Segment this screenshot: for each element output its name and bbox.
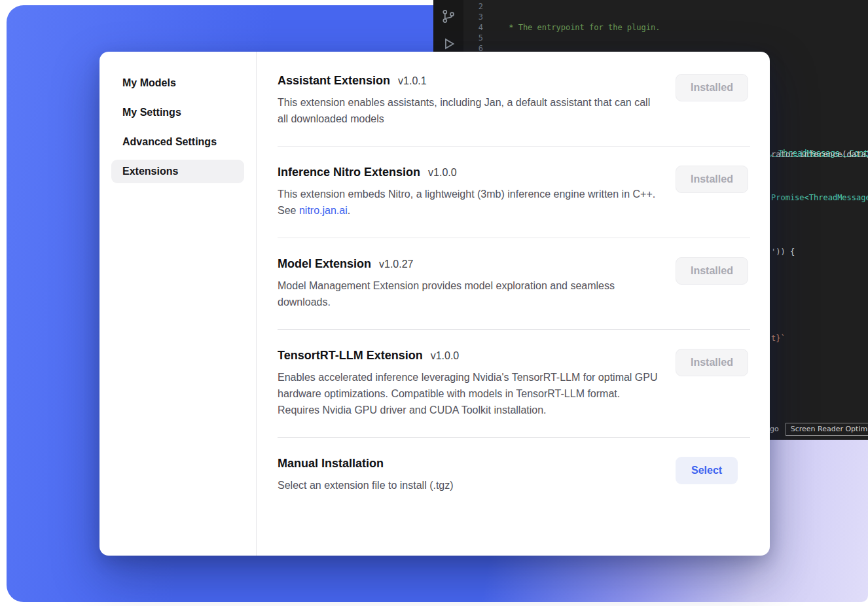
sidebar-item-label: Advanced Settings [122, 136, 217, 147]
line-number: 3 [460, 12, 483, 22]
manual-installation-description: Select an extension file to install (.tg… [278, 477, 660, 493]
sidebar-item-extensions[interactable]: Extensions [111, 160, 244, 183]
extension-name: Assistant Extension [278, 74, 390, 88]
installed-button[interactable]: Installed [676, 74, 748, 101]
extension-version: v1.0.0 [428, 167, 457, 179]
extension-version: v1.0.27 [379, 258, 413, 270]
screen-reader-badge: Screen Reader Optimize [786, 423, 868, 436]
settings-modal: My Models My Settings Advanced Settings … [99, 52, 770, 556]
extension-row-model: Model Extension v1.0.27 Model Management… [278, 238, 750, 329]
line-numbers: 2 3 4 5 6 [460, 1, 483, 54]
extensions-panel: Assistant Extension v1.0.1 This extensio… [257, 52, 770, 556]
extension-description: Model Management Extension provides mode… [278, 277, 660, 310]
manual-installation-title: Manual Installation [278, 457, 384, 471]
nitro-jan-ai-link[interactable]: nitro.jan.ai [299, 205, 348, 216]
code-fragment: ')) { [771, 247, 795, 257]
sidebar-item-my-settings[interactable]: My Settings [111, 101, 244, 124]
extension-version: v1.0.1 [398, 75, 427, 87]
extension-row-nitro: Inference Nitro Extension v1.0.0 This ex… [278, 147, 750, 238]
sidebar-item-label: My Settings [122, 107, 181, 118]
manual-installation-row: Manual Installation Select an extension … [278, 438, 750, 512]
installed-button[interactable]: Installed [676, 166, 748, 193]
source-control-icon[interactable] [441, 9, 456, 24]
extension-description: This extension embeds Nitro, a lightweig… [278, 186, 660, 219]
extension-description: This extension enables assistants, inclu… [278, 94, 660, 127]
extension-version: v1.0.0 [431, 350, 460, 362]
extension-row-assistant: Assistant Extension v1.0.1 This extensio… [278, 73, 750, 146]
code-fragment: Promise<ThreadMessage> [771, 192, 868, 203]
extension-name: TensortRT-LLM Extension [278, 349, 423, 363]
extension-row-tensorrt: TensortRT-LLM Extension v1.0.0 Enables a… [278, 330, 750, 437]
sidebar-item-my-models[interactable]: My Models [111, 71, 244, 95]
settings-sidebar: My Models My Settings Advanced Settings … [99, 52, 257, 556]
line-number: 2 [460, 1, 483, 12]
installed-button[interactable]: Installed [676, 349, 748, 376]
status-text: go [770, 424, 779, 435]
sidebar-item-label: My Models [122, 77, 176, 88]
extension-description: Enables accelerated inference leveraging… [278, 369, 660, 418]
extension-name: Model Extension [278, 257, 371, 271]
code-line: * The entrypoint for the plugin. [504, 22, 868, 33]
app-window: 2 3 4 5 6 * The entrypoint for the plugi… [0, 0, 868, 606]
extension-name: Inference Nitro Extension [278, 166, 420, 179]
code-fragment: rator.inference(data)); [771, 149, 868, 160]
select-file-button[interactable]: Select [676, 457, 738, 484]
code-fragment: t}` [771, 333, 786, 344]
editor-status-bar: go Screen Reader Optimize [770, 423, 868, 436]
line-number: 5 [460, 33, 483, 43]
sidebar-item-advanced-settings[interactable]: Advanced Settings [111, 130, 244, 154]
installed-button[interactable]: Installed [676, 257, 748, 285]
run-debug-icon[interactable] [441, 37, 456, 51]
line-number: 4 [460, 22, 483, 33]
sidebar-item-label: Extensions [122, 166, 178, 177]
